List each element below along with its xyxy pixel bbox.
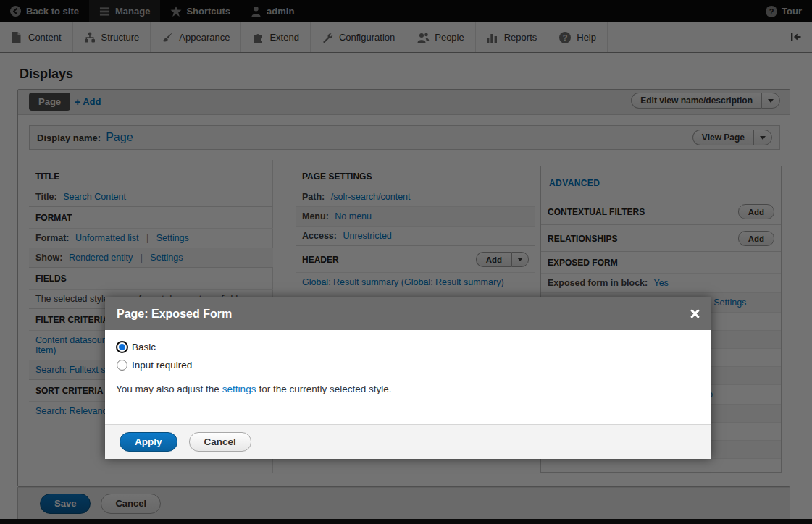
radio-option-basic[interactable]: Basic	[116, 341, 699, 353]
radio-input-required-label: Input required	[132, 360, 192, 371]
drupal-views-edit-screen: Back to site Manage Shortcuts admin ? To	[0, 0, 812, 524]
dialog-titlebar: Page: Exposed Form	[105, 297, 711, 330]
dialog-cancel-button[interactable]: Cancel	[189, 432, 251, 452]
radio-selected-icon	[116, 341, 128, 353]
close-icon[interactable]	[689, 308, 700, 319]
dialog-body: Basic Input required You may also adjust…	[105, 330, 711, 394]
dialog-title: Page: Exposed Form	[117, 308, 689, 321]
dialog-note: You may also adjust thesettingsfor the c…	[116, 384, 699, 394]
radio-option-input-required[interactable]: Input required	[116, 359, 699, 371]
note-text-after: for the currently selected style.	[259, 384, 391, 394]
note-text-before: You may also adjust the	[116, 384, 219, 394]
radio-unselected-icon	[117, 360, 127, 371]
apply-button[interactable]: Apply	[120, 432, 177, 452]
dialog-buttonpane: Apply Cancel	[105, 424, 711, 459]
exposed-form-dialog: Page: Exposed Form Basic Input required …	[105, 297, 711, 459]
settings-link[interactable]: settings	[222, 384, 256, 394]
radio-basic-label: Basic	[132, 342, 156, 352]
